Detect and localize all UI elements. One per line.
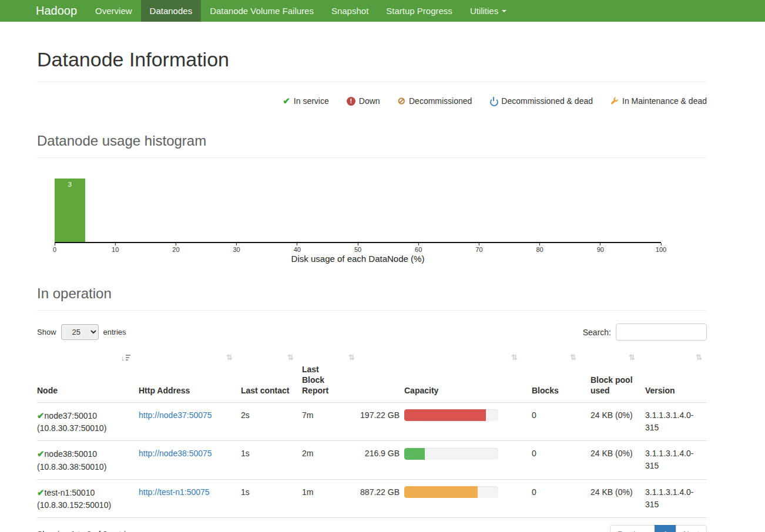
node-name: node38:50010 <box>45 449 98 459</box>
capacity-progressbar <box>404 448 498 460</box>
nav-item-utilities[interactable]: Utilities <box>461 0 515 22</box>
sort-both-icon: ⇅ <box>511 353 518 361</box>
utilities-label: Utilities <box>470 6 498 16</box>
node-ip: (10.8.30.152:50010) <box>37 499 139 511</box>
last-block-report-cell: 7m <box>302 402 351 441</box>
next-page-button[interactable]: Next <box>676 525 707 532</box>
x-axis-tick: 60 <box>415 243 422 253</box>
show-label: Show <box>37 328 56 336</box>
sort-both-icon: ⇅ <box>570 353 576 361</box>
histogram-bar-count: 3 <box>55 179 85 188</box>
capacity-progressbar-fill <box>404 448 425 460</box>
capacity-value: 887.22 GB <box>351 486 400 499</box>
table-footer: Showing 1 to 3 of 3 entries Previous 1 N… <box>37 525 707 532</box>
nav-item-snapshot[interactable]: Snapshot <box>323 0 377 22</box>
wrench-icon <box>610 97 619 105</box>
column-label: Capacity <box>404 386 438 395</box>
column-label: Node <box>37 386 58 395</box>
check-icon: ✔ <box>37 487 45 497</box>
sort-both-icon: ⇅ <box>629 353 635 361</box>
power-off-icon <box>489 97 498 105</box>
legend-in-service: ✔ In service <box>283 96 329 106</box>
blocks-cell: 0 <box>526 402 585 441</box>
http-address-link[interactable]: http://test-n1:50075 <box>139 487 210 497</box>
column-label: Block pool used <box>590 375 633 395</box>
node-cell: ✔node38:50010 (10.8.30.38:50010) <box>37 441 139 480</box>
capacity-progressbar <box>404 409 498 421</box>
sort-both-icon: ⇅ <box>226 353 233 361</box>
capacity-progressbar <box>404 486 498 498</box>
node-ip: (10.8.30.37:50010) <box>37 422 139 435</box>
node-cell: ✔test-n1:50010 (10.8.30.152:50010) <box>37 479 139 518</box>
capacity-progressbar-fill <box>404 486 478 498</box>
page-length-select[interactable]: 25 <box>61 324 99 340</box>
node-ip: (10.8.30.38:50010) <box>37 461 139 473</box>
column-header-capacity[interactable]: Capacity ⇅ <box>351 349 526 402</box>
version-cell: 3.1.1.3.1.4.0-315 <box>643 402 707 441</box>
legend-maintenance-dead: In Maintenance & dead <box>610 96 707 106</box>
version-cell: 3.1.1.3.1.4.0-315 <box>643 479 707 518</box>
nav-item-overview[interactable]: Overview <box>86 0 141 22</box>
column-header-last-block-report[interactable]: Last Block Report ⇅ <box>302 349 351 402</box>
column-header-http-address[interactable]: Http Address ⇅ <box>139 349 241 402</box>
http-address-link[interactable]: http://node38:50075 <box>139 449 212 458</box>
http-address-link[interactable]: http://node37:50075 <box>139 410 212 420</box>
check-icon: ✔ <box>37 410 45 420</box>
x-axis-tick: 80 <box>536 243 543 253</box>
status-legend: ✔ In service Down ⊘ Decommissioned Decom… <box>37 82 707 111</box>
datanodes-table: Node ↓ Http Address ⇅ Last contact ⇅ Las… <box>37 349 707 518</box>
histogram-section-title: Datanode usage histogram <box>37 133 707 149</box>
entries-label: entries <box>103 328 126 336</box>
check-icon: ✔ <box>37 449 45 459</box>
hadoop-brand[interactable]: Hadoop <box>0 0 86 22</box>
page-length-control: Show 25 entries <box>37 324 126 340</box>
node-name: test-n1:50010 <box>45 488 95 497</box>
nav-item-datanodes[interactable]: Datanodes <box>141 0 202 22</box>
legend-decommissioned-dead: Decommissioned & dead <box>489 96 593 106</box>
blocks-cell: 0 <box>526 479 585 518</box>
x-axis-tick: 20 <box>172 243 179 253</box>
table-header-row: Node ↓ Http Address ⇅ Last contact ⇅ Las… <box>37 349 707 402</box>
column-header-blocks[interactable]: Blocks ⇅ <box>526 349 585 402</box>
block-pool-used-cell: 24 KB (0%) <box>585 441 643 480</box>
search-input[interactable] <box>616 324 707 341</box>
x-axis-tick: 50 <box>354 243 361 253</box>
exclamation-circle-icon <box>347 97 355 106</box>
last-block-report-cell: 2m <box>302 441 351 480</box>
table-row: ✔test-n1:50010 (10.8.30.152:50010) http:… <box>37 479 707 518</box>
nav-item-startup-progress[interactable]: Startup Progress <box>377 0 461 22</box>
column-header-block-pool-used[interactable]: Block pool used ⇅ <box>585 349 643 402</box>
table-controls: Show 25 entries Search: <box>37 324 707 341</box>
http-address-cell: http://node37:50075 <box>139 402 241 441</box>
histogram-x-axis-label: Disk usage of each DataNode (%) <box>55 254 661 264</box>
page-1-button[interactable]: 1 <box>655 525 676 532</box>
column-label: Version <box>645 386 675 395</box>
column-header-last-contact[interactable]: Last contact ⇅ <box>241 349 302 402</box>
column-header-node[interactable]: Node ↓ <box>37 349 139 402</box>
version-cell: 3.1.1.3.1.4.0-315 <box>643 441 707 480</box>
legend-label: Down <box>359 96 380 106</box>
histogram-bar: 3 <box>55 179 85 242</box>
column-label: Last contact <box>241 386 289 395</box>
http-address-cell: http://test-n1:50075 <box>139 479 241 518</box>
page-title: Datanode Information <box>37 48 707 71</box>
last-contact-cell: 2s <box>241 402 302 441</box>
histogram-x-axis: 0102030405060708090100 <box>55 243 661 254</box>
previous-page-button[interactable]: Previous <box>610 525 655 532</box>
column-header-version[interactable]: Version ⇅ <box>643 349 707 402</box>
search-label: Search: <box>583 328 611 337</box>
ban-icon: ⊘ <box>398 96 405 106</box>
block-pool-used-cell: 24 KB (0%) <box>585 479 643 518</box>
x-axis-tick: 100 <box>656 243 666 253</box>
legend-label: In Maintenance & dead <box>622 96 707 106</box>
column-label: Blocks <box>532 386 559 395</box>
x-axis-tick: 10 <box>112 243 119 253</box>
chevron-down-icon <box>502 10 506 12</box>
legend-label: Decommissioned & dead <box>501 96 593 106</box>
datanode-usage-histogram: 3 0102030405060708090100 Disk usage of e… <box>55 158 661 264</box>
in-operation-section-title: In operation <box>37 285 707 302</box>
nav-item-datanode-volume-failures[interactable]: Datanode Volume Failures <box>201 0 323 22</box>
table-info: Showing 1 to 3 of 3 entries <box>37 530 135 532</box>
legend-down: Down <box>347 96 380 106</box>
block-pool-used-cell: 24 KB (0%) <box>585 402 643 441</box>
